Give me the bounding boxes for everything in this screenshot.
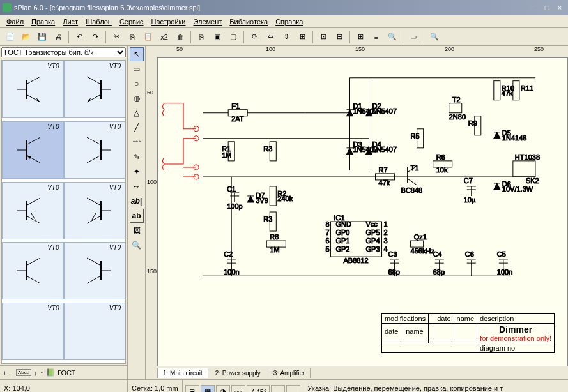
menu-element[interactable]: Элемент (189, 17, 226, 27)
lib-cell-6[interactable]: VT0 (64, 182, 126, 239)
ellipse-tool[interactable]: ○ (130, 77, 144, 91)
menu-service[interactable]: Сервис (116, 17, 148, 27)
rotate-button[interactable]: ⟳ (247, 29, 262, 45)
pointer-tool[interactable]: ↖ (130, 47, 144, 61)
text-tool[interactable]: ab| (130, 194, 144, 208)
tool-strip: ↖ ▭ ○ ◍ △ ╱ 〰 ✎ ✦ ↔ ab| ab 🖼 🔍 (128, 46, 146, 379)
tab-amplifier[interactable]: 3: Amplifier (268, 368, 311, 378)
main-toolbar: 📄 📂 💾 🖨 ↶ ↷ ✂ ⎘ 📋 x2 🗑 ⎘ ▣ ▢ ⟳ ⇔ ⇕ ⊞ ⊡ ⊟… (0, 28, 568, 46)
st-btn-line[interactable]: ─ (271, 385, 285, 393)
svg-text:T1: T1 (411, 164, 419, 172)
svg-line-30 (26, 258, 40, 266)
save-button[interactable]: 💾 (35, 29, 50, 45)
zoom-button[interactable]: 🔍 (427, 29, 442, 45)
lib-cell-7[interactable]: VT0 (2, 242, 64, 299)
st-angle[interactable]: ∠ 45° (247, 385, 270, 393)
freeline-tool[interactable]: ✎ (130, 150, 144, 164)
ruler-horizontal: 50 100 150 200 250 (157, 46, 568, 57)
paste-button[interactable]: 📋 (141, 29, 156, 45)
poly-tool[interactable]: △ (130, 106, 144, 120)
lib-cell-10[interactable]: VT0 (64, 303, 126, 360)
tab-main-circuit[interactable]: 1: Main circuit (157, 368, 208, 378)
menu-edit[interactable]: Правка (27, 17, 59, 27)
open-button[interactable]: 📂 (19, 29, 34, 45)
copy-button[interactable]: ⎘ (125, 29, 140, 45)
svg-text:R11: R11 (521, 84, 533, 92)
maximize-button[interactable]: □ (541, 3, 553, 13)
grid-button[interactable]: ⊞ (353, 29, 368, 45)
svg-text:8: 8 (325, 220, 329, 228)
svg-text:Vcc: Vcc (366, 220, 378, 228)
minus-icon[interactable]: − (9, 369, 13, 377)
svg-text:2: 2 (384, 229, 388, 236)
fill-tool[interactable]: ◍ (130, 91, 144, 105)
st-btn-fill[interactable]: ▬ (286, 385, 300, 393)
library-panel: ГОСТ Транзисторы бип. б/к VT0 VT0 VT0 VT… (0, 46, 128, 379)
library-grid: VT0 VT0 VT0 VT0 VT0 VT0 VT0 VT0 VT0 VT0 (1, 60, 126, 364)
svg-text:2AT: 2AT (231, 115, 244, 123)
print-button[interactable]: 🖨 (50, 29, 66, 45)
lib-cell-8[interactable]: VT0 (64, 242, 126, 299)
st-btn-1[interactable]: ⊞ (185, 385, 199, 393)
svg-line-16 (87, 137, 101, 145)
st-btn-4[interactable]: 〰 (231, 385, 245, 393)
svg-line-25 (87, 198, 101, 206)
group-button[interactable]: ⊡ (316, 29, 331, 45)
menu-settings[interactable]: Настройки (148, 17, 190, 27)
abcd-icon[interactable]: Abcd (16, 369, 31, 376)
tab-power-supply[interactable]: 2: Power supply (210, 368, 266, 378)
bezier-tool[interactable]: 〰 (130, 135, 144, 149)
rect-tool[interactable]: ▭ (130, 62, 144, 76)
menu-library[interactable]: Библиотека (226, 17, 272, 27)
align-button[interactable]: ⊞ (295, 29, 310, 45)
cut-button[interactable]: ✂ (109, 29, 124, 45)
textbox-tool[interactable]: ab (130, 209, 144, 223)
svg-text:1M: 1M (270, 246, 279, 253)
svg-marker-77 (247, 196, 254, 202)
svg-text:SK2: SK2 (526, 177, 539, 185)
list-button[interactable]: ≡ (369, 29, 384, 45)
plus-icon[interactable]: + (3, 369, 6, 377)
close-button[interactable]: × (554, 3, 565, 13)
lib-cell-pnp2[interactable]: VT0 (64, 121, 126, 179)
zoom-tool[interactable]: 🔍 (130, 238, 144, 252)
menu-template[interactable]: Шаблон (82, 17, 116, 27)
ungroup-button[interactable]: ⊟ (332, 29, 347, 45)
svg-text:GP4: GP4 (366, 237, 380, 245)
svg-text:R3: R3 (263, 145, 272, 153)
minimize-button[interactable]: ─ (528, 3, 540, 13)
up-icon[interactable]: ↑ (40, 369, 44, 377)
node-tool[interactable]: ✦ (130, 165, 144, 179)
lib-cell-9[interactable]: VT0 (2, 303, 64, 360)
down-icon[interactable]: ↓ (34, 369, 38, 377)
fliph-button[interactable]: ⇔ (263, 29, 278, 45)
toback-button[interactable]: ▢ (226, 29, 241, 45)
duplicate-button[interactable]: ⎘ (194, 29, 209, 45)
undo-button[interactable]: ↶ (72, 29, 87, 45)
menu-file[interactable]: Файл (3, 17, 27, 27)
dim-tool[interactable]: ↔ (130, 179, 144, 193)
menu-sheet[interactable]: Лист (59, 17, 82, 27)
tofront-button[interactable]: ▣ (210, 29, 225, 45)
page-button[interactable]: ▭ (406, 29, 421, 45)
new-button[interactable]: 📄 (3, 29, 18, 45)
schematic-canvas[interactable]: F1 2AT D1 1N5407 D2 (157, 57, 568, 366)
svg-text:10µ: 10µ (464, 196, 476, 204)
paste-x2-button[interactable]: x2 (157, 29, 172, 45)
flipv-button[interactable]: ⇕ (279, 29, 294, 45)
book-icon: 📗 (46, 368, 55, 377)
image-tool[interactable]: 🖼 (130, 223, 144, 237)
st-btn-2[interactable]: ▦ (201, 385, 215, 393)
lib-cell-npn2[interactable]: VT0 (64, 61, 126, 118)
redo-button[interactable]: ↷ (88, 29, 103, 45)
find-button[interactable]: 🔍 (385, 29, 400, 45)
library-combo[interactable]: ГОСТ Транзисторы бип. б/к (1, 47, 126, 57)
lib-cell-npn1[interactable]: VT0 (2, 61, 64, 118)
lib-cell-5[interactable]: VT0 (2, 182, 64, 239)
svg-line-35 (87, 276, 101, 283)
delete-button[interactable]: 🗑 (173, 29, 188, 45)
st-btn-3[interactable]: ◑ (216, 385, 230, 393)
menu-help[interactable]: Справка (272, 17, 307, 27)
lib-cell-pnp1[interactable]: VT0 (2, 121, 64, 179)
line-tool[interactable]: ╱ (130, 121, 144, 135)
